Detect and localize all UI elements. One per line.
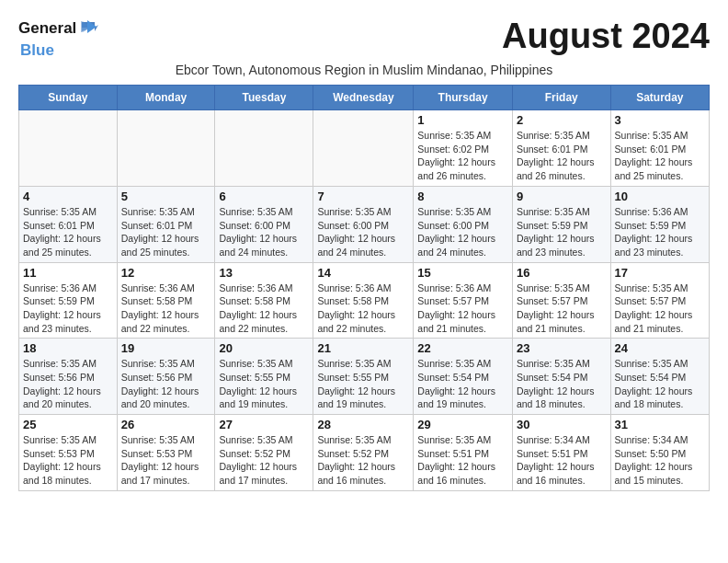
- calendar-cell: 16Sunrise: 5:35 AM Sunset: 5:57 PM Dayli…: [512, 262, 610, 339]
- day-info: Sunrise: 5:36 AM Sunset: 5:58 PM Dayligh…: [121, 282, 211, 336]
- day-info: Sunrise: 5:35 AM Sunset: 6:01 PM Dayligh…: [615, 129, 705, 183]
- calendar-cell: 2Sunrise: 5:35 AM Sunset: 6:01 PM Daylig…: [512, 110, 610, 187]
- calendar-cell: [117, 110, 215, 187]
- header-row: SundayMondayTuesdayWednesdayThursdayFrid…: [19, 86, 710, 110]
- logo-line2: Blue: [20, 41, 54, 60]
- calendar-cell: 12Sunrise: 5:36 AM Sunset: 5:58 PM Dayli…: [117, 262, 215, 339]
- week-row: 4Sunrise: 5:35 AM Sunset: 6:01 PM Daylig…: [19, 186, 710, 262]
- day-number: 1: [417, 113, 508, 127]
- day-info: Sunrise: 5:35 AM Sunset: 5:53 PM Dayligh…: [23, 433, 113, 488]
- calendar-cell: 11Sunrise: 5:36 AM Sunset: 5:59 PM Dayli…: [19, 262, 118, 339]
- calendar-cell: 5Sunrise: 5:35 AM Sunset: 6:01 PM Daylig…: [117, 186, 215, 262]
- day-info: Sunrise: 5:35 AM Sunset: 5:55 PM Dayligh…: [317, 357, 409, 411]
- calendar-cell: 8Sunrise: 5:35 AM Sunset: 6:00 PM Daylig…: [414, 186, 513, 262]
- calendar-cell: 3Sunrise: 5:35 AM Sunset: 6:01 PM Daylig…: [610, 110, 709, 187]
- logo-line1: General: [18, 17, 98, 41]
- day-info: Sunrise: 5:35 AM Sunset: 6:00 PM Dayligh…: [417, 205, 508, 259]
- day-info: Sunrise: 5:35 AM Sunset: 5:54 PM Dayligh…: [417, 357, 508, 411]
- calendar-cell: 1Sunrise: 5:35 AM Sunset: 6:02 PM Daylig…: [414, 110, 513, 187]
- calendar-cell: 22Sunrise: 5:35 AM Sunset: 5:54 PM Dayli…: [414, 339, 513, 415]
- week-row: 1Sunrise: 5:35 AM Sunset: 6:02 PM Daylig…: [19, 110, 710, 187]
- day-number: 18: [23, 341, 113, 355]
- day-number: 11: [23, 266, 113, 280]
- day-info: Sunrise: 5:35 AM Sunset: 5:59 PM Dayligh…: [517, 205, 607, 259]
- day-info: Sunrise: 5:35 AM Sunset: 5:54 PM Dayligh…: [615, 357, 705, 411]
- calendar-cell: 15Sunrise: 5:36 AM Sunset: 5:57 PM Dayli…: [414, 262, 513, 339]
- header-day: Saturday: [610, 86, 709, 110]
- calendar-cell: 9Sunrise: 5:35 AM Sunset: 5:59 PM Daylig…: [512, 186, 610, 262]
- day-number: 9: [517, 190, 607, 203]
- day-info: Sunrise: 5:36 AM Sunset: 5:58 PM Dayligh…: [317, 282, 409, 336]
- day-info: Sunrise: 5:35 AM Sunset: 5:57 PM Dayligh…: [517, 282, 607, 336]
- day-info: Sunrise: 5:36 AM Sunset: 5:59 PM Dayligh…: [615, 205, 705, 259]
- day-number: 23: [517, 341, 607, 355]
- day-info: Sunrise: 5:35 AM Sunset: 5:56 PM Dayligh…: [121, 357, 211, 411]
- day-number: 31: [615, 418, 705, 431]
- calendar-cell: 18Sunrise: 5:35 AM Sunset: 5:56 PM Dayli…: [19, 339, 118, 415]
- day-number: 21: [317, 341, 409, 355]
- header-day: Thursday: [414, 86, 513, 110]
- week-row: 18Sunrise: 5:35 AM Sunset: 5:56 PM Dayli…: [19, 339, 710, 415]
- day-info: Sunrise: 5:35 AM Sunset: 6:02 PM Dayligh…: [417, 129, 508, 183]
- day-info: Sunrise: 5:35 AM Sunset: 6:01 PM Dayligh…: [121, 205, 211, 259]
- day-info: Sunrise: 5:35 AM Sunset: 5:53 PM Dayligh…: [121, 433, 211, 488]
- header-day: Sunday: [19, 86, 118, 110]
- header-day: Friday: [512, 86, 610, 110]
- day-info: Sunrise: 5:35 AM Sunset: 6:00 PM Dayligh…: [317, 205, 409, 259]
- calendar-cell: 26Sunrise: 5:35 AM Sunset: 5:53 PM Dayli…: [117, 415, 215, 491]
- logo-text: General Blue: [18, 17, 98, 59]
- day-number: 10: [615, 190, 705, 203]
- calendar-cell: 10Sunrise: 5:36 AM Sunset: 5:59 PM Dayli…: [610, 186, 709, 262]
- header-day: Monday: [117, 86, 215, 110]
- subtitle: Ebcor Town, Autonomous Region in Muslim …: [18, 63, 710, 77]
- calendar-cell: 31Sunrise: 5:34 AM Sunset: 5:50 PM Dayli…: [610, 415, 709, 491]
- week-row: 11Sunrise: 5:36 AM Sunset: 5:59 PM Dayli…: [19, 262, 710, 339]
- day-number: 6: [219, 190, 309, 203]
- day-number: 19: [121, 341, 211, 355]
- header: General Blue August 2024: [18, 17, 710, 59]
- day-number: 15: [417, 266, 508, 280]
- calendar-cell: 17Sunrise: 5:35 AM Sunset: 5:57 PM Dayli…: [610, 262, 709, 339]
- calendar-cell: 23Sunrise: 5:35 AM Sunset: 5:54 PM Dayli…: [512, 339, 610, 415]
- header-day: Wednesday: [313, 86, 414, 110]
- day-number: 27: [219, 418, 309, 431]
- day-info: Sunrise: 5:35 AM Sunset: 6:00 PM Dayligh…: [219, 205, 309, 259]
- day-info: Sunrise: 5:35 AM Sunset: 5:52 PM Dayligh…: [219, 433, 309, 488]
- day-info: Sunrise: 5:35 AM Sunset: 5:57 PM Dayligh…: [615, 282, 705, 336]
- day-info: Sunrise: 5:35 AM Sunset: 5:52 PM Dayligh…: [317, 433, 409, 488]
- day-number: 2: [517, 113, 607, 127]
- day-number: 29: [417, 418, 508, 431]
- calendar-cell: 19Sunrise: 5:35 AM Sunset: 5:56 PM Dayli…: [117, 339, 215, 415]
- day-number: 5: [121, 190, 211, 203]
- day-number: 3: [615, 113, 705, 127]
- day-info: Sunrise: 5:34 AM Sunset: 5:51 PM Dayligh…: [517, 433, 607, 488]
- day-info: Sunrise: 5:36 AM Sunset: 5:57 PM Dayligh…: [417, 282, 508, 336]
- day-number: 20: [219, 341, 309, 355]
- day-number: 13: [219, 266, 309, 280]
- calendar-cell: [19, 110, 118, 187]
- calendar-cell: 14Sunrise: 5:36 AM Sunset: 5:58 PM Dayli…: [313, 262, 414, 339]
- calendar-body: 1Sunrise: 5:35 AM Sunset: 6:02 PM Daylig…: [19, 110, 710, 491]
- day-number: 14: [317, 266, 409, 280]
- day-number: 4: [23, 190, 113, 203]
- day-info: Sunrise: 5:36 AM Sunset: 5:58 PM Dayligh…: [219, 282, 309, 336]
- day-info: Sunrise: 5:35 AM Sunset: 5:55 PM Dayligh…: [219, 357, 309, 411]
- day-info: Sunrise: 5:35 AM Sunset: 6:01 PM Dayligh…: [23, 205, 113, 259]
- calendar-cell: [313, 110, 414, 187]
- calendar-cell: 20Sunrise: 5:35 AM Sunset: 5:55 PM Dayli…: [215, 339, 313, 415]
- calendar-cell: 29Sunrise: 5:35 AM Sunset: 5:51 PM Dayli…: [414, 415, 513, 491]
- calendar-cell: 27Sunrise: 5:35 AM Sunset: 5:52 PM Dayli…: [215, 415, 313, 491]
- calendar-cell: 6Sunrise: 5:35 AM Sunset: 6:00 PM Daylig…: [215, 186, 313, 262]
- calendar-cell: 30Sunrise: 5:34 AM Sunset: 5:51 PM Dayli…: [512, 415, 610, 491]
- day-info: Sunrise: 5:35 AM Sunset: 5:56 PM Dayligh…: [23, 357, 113, 411]
- calendar-cell: [215, 110, 313, 187]
- day-info: Sunrise: 5:34 AM Sunset: 5:50 PM Dayligh…: [615, 433, 705, 488]
- day-number: 28: [317, 418, 409, 431]
- day-number: 22: [417, 341, 508, 355]
- day-number: 30: [517, 418, 607, 431]
- day-info: Sunrise: 5:35 AM Sunset: 6:01 PM Dayligh…: [517, 129, 607, 183]
- calendar-cell: 25Sunrise: 5:35 AM Sunset: 5:53 PM Dayli…: [19, 415, 118, 491]
- week-row: 25Sunrise: 5:35 AM Sunset: 5:53 PM Dayli…: [19, 415, 710, 491]
- day-info: Sunrise: 5:35 AM Sunset: 5:51 PM Dayligh…: [417, 433, 508, 488]
- calendar-table: SundayMondayTuesdayWednesdayThursdayFrid…: [18, 85, 710, 491]
